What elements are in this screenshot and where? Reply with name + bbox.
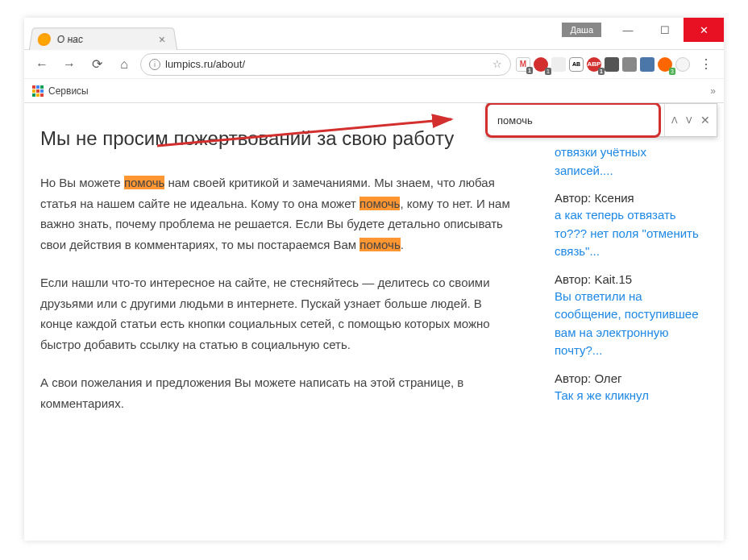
- profile-badge[interactable]: Даша: [562, 23, 601, 37]
- tab-title: О нас: [56, 34, 83, 45]
- find-input[interactable]: [491, 110, 644, 131]
- forward-button[interactable]: →: [58, 53, 81, 76]
- omnibox[interactable]: i lumpics.ru/about/ ☆: [140, 53, 511, 76]
- search-highlight: помочь: [359, 238, 400, 251]
- find-in-page-bar: ᐱ ᐯ ✕: [486, 103, 717, 137]
- extension-icon[interactable]: 1: [534, 57, 548, 72]
- comment-link[interactable]: а как теперь отвязать то??? нет поля "от…: [555, 206, 708, 261]
- maximize-button[interactable]: ☐: [646, 18, 684, 42]
- find-next-button[interactable]: ᐯ: [686, 115, 692, 126]
- comment-author: Автор: Kait.15: [555, 272, 708, 286]
- browser-tab[interactable]: О нас ×: [29, 27, 178, 50]
- badge: 1: [598, 68, 605, 75]
- badge: 1: [545, 68, 551, 75]
- vk-icon[interactable]: [640, 57, 654, 72]
- tab-close-button[interactable]: ×: [155, 33, 169, 46]
- home-button[interactable]: ⌂: [113, 53, 135, 76]
- paragraph: Если нашли что-то интересное на сайте, н…: [40, 272, 516, 355]
- find-close-button[interactable]: ✕: [700, 114, 710, 127]
- search-highlight: помочь: [359, 197, 400, 210]
- minimize-button[interactable]: —: [609, 18, 646, 42]
- comment-author: Автор: Ксения: [555, 191, 708, 205]
- menu-button[interactable]: ⋮: [695, 53, 717, 76]
- extension-icon[interactable]: [622, 57, 637, 72]
- address-bar: ← → ⟳ ⌂ i lumpics.ru/about/ ☆ M1 1 AB AB…: [24, 50, 724, 79]
- paragraph: А свои пожелания и предложения Вы можете…: [40, 372, 516, 413]
- badge: 1: [526, 67, 533, 74]
- browser-window: О нас × Даша — ☐ ✕ ← → ⟳ ⌂ i lumpics.ru/…: [24, 18, 724, 541]
- favicon-icon: [37, 33, 51, 46]
- search-highlight: помочь: [124, 176, 164, 189]
- back-button[interactable]: ←: [31, 53, 53, 76]
- close-window-button[interactable]: ✕: [684, 18, 724, 42]
- comment-link[interactable]: Так я же кликнул: [555, 387, 708, 405]
- paragraph: Но Вы можете помочь нам своей критикой и…: [40, 172, 516, 255]
- url-text: lumpics.ru/about/: [165, 58, 245, 70]
- extension-icon[interactable]: [675, 57, 690, 72]
- bookmarks-bar: Сервисы »: [24, 79, 724, 103]
- comments-sidebar: отвязки учётных записей.... Автор: Ксени…: [555, 103, 724, 541]
- comment-link[interactable]: Вы ответили на сообщение, поступившее ва…: [555, 288, 708, 360]
- apps-icon[interactable]: [32, 85, 44, 97]
- extension-icon[interactable]: 3: [658, 57, 672, 72]
- adblock-icon[interactable]: ABP1: [587, 57, 601, 72]
- bookmark-star-icon[interactable]: ☆: [492, 58, 502, 70]
- page-heading: Мы не просим пожертвований за свою работ…: [40, 127, 538, 150]
- extension-icon[interactable]: [605, 57, 619, 72]
- page-content: ᐱ ᐯ ✕ Мы не просим пожертвований за свою…: [24, 103, 724, 541]
- extension-icon[interactable]: [551, 57, 566, 72]
- badge: 3: [669, 68, 675, 75]
- bookmarks-overflow-icon[interactable]: »: [710, 85, 716, 97]
- titlebar: О нас × Даша — ☐ ✕: [24, 18, 724, 50]
- window-controls: Даша — ☐ ✕: [562, 18, 724, 42]
- find-prev-button[interactable]: ᐱ: [671, 115, 678, 126]
- article-main: Мы не просим пожертвований за свою работ…: [24, 103, 555, 541]
- reload-button[interactable]: ⟳: [85, 53, 108, 76]
- extension-icons: M1 1 AB ABP1 3: [516, 57, 690, 72]
- comment-author: Автор: Олег: [555, 371, 708, 385]
- apps-label[interactable]: Сервисы: [48, 85, 89, 97]
- site-info-icon[interactable]: i: [149, 59, 160, 70]
- comment-link[interactable]: отвязки учётных записей....: [555, 143, 708, 180]
